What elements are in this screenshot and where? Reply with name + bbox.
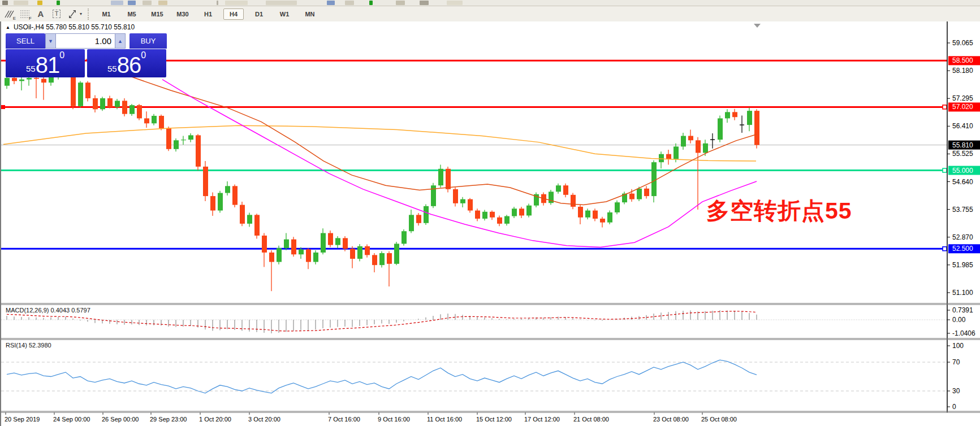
macd-axis-label: 0.00 (952, 316, 966, 324)
rsi-label: RSI(14) 52.3980 (6, 342, 51, 349)
price-badge: 55.810 (952, 141, 973, 149)
hline-handle (943, 105, 947, 109)
buy-price-sup: 0 (141, 50, 146, 60)
collapse-icon[interactable]: ▲ (6, 25, 10, 30)
symbol-header[interactable]: ▲ USOil-,H4 55.780 55.810 55.710 55.810 (6, 23, 135, 31)
price-tick-label: 54.640 (952, 178, 973, 186)
icon-sub-e: E (13, 16, 16, 21)
sell-price-sup: 0 (59, 50, 64, 60)
volume-increase-button[interactable]: ▲ (115, 33, 126, 49)
macd-axis-label: -1.0406 (952, 329, 975, 337)
metatrader-window: E F A T ▾ M1M5M15M30H1H4D1W1MN 59.06558.… (0, 0, 980, 426)
hline-handle (943, 168, 947, 172)
hline-handle (943, 247, 947, 251)
rsi-line (7, 360, 757, 393)
rsi-panel: 10070300 (1, 342, 964, 411)
buy-tab[interactable]: BUY (129, 33, 167, 49)
time-axis-label: 17 Oct 12:00 (524, 416, 560, 423)
price-badge: 55.000 (952, 167, 973, 175)
tf-button-H1[interactable]: H1 (198, 8, 218, 20)
time-axis-label: 26 Sep 00:00 (102, 416, 139, 423)
tools-dropdown-caret[interactable]: ▾ (80, 11, 82, 16)
buy-price-big: 86 (117, 54, 141, 76)
sell-price-button[interactable]: 55810 (6, 49, 85, 77)
icon-sub-f: F (29, 16, 32, 21)
time-axis-label: 23 Oct 08:00 (653, 416, 689, 423)
text-label-icon[interactable]: A (34, 8, 48, 20)
buy-price-small: 55 (107, 64, 117, 73)
grid-fibo-icon[interactable]: F (18, 8, 32, 20)
time-axis-label: 9 Oct 16:00 (378, 416, 410, 423)
time-axis-label: 25 Oct 08:00 (701, 416, 737, 423)
annotation-text: 多空转折点55 (706, 195, 852, 227)
macd-axis-label: 0.7391 (952, 306, 973, 314)
chart-window: 59.06558.18057.29556.41055.52554.64053.7… (0, 21, 980, 426)
sell-price-big: 81 (36, 54, 60, 76)
ma-slow-orange (3, 125, 756, 161)
price-tick-label: 52.870 (952, 233, 973, 241)
arrows-tool-icon[interactable] (66, 8, 79, 20)
price-badge: 57.020 (952, 103, 973, 111)
tf-button-M5[interactable]: M5 (122, 8, 142, 20)
tf-button-D1[interactable]: D1 (249, 8, 269, 20)
rsi-axis-label: 30 (952, 387, 960, 395)
draw-lines-icon[interactable]: E (2, 8, 16, 20)
timeframe-toolbar: M1M5M15M30H1H4D1W1MN (96, 8, 320, 20)
time-axis-label: 29 Sep 23:00 (150, 416, 187, 423)
price-tick-label: 51.100 (952, 289, 973, 297)
volume-decrease-button[interactable]: ▼ (45, 33, 56, 49)
rsi-axis-label: 0 (952, 403, 956, 411)
tf-button-M1[interactable]: M1 (96, 8, 116, 20)
toolbar: E F A T ▾ M1M5M15M30H1H4D1W1MN (0, 6, 980, 22)
symbol-ohlc-text: USOil-,H4 55.780 55.810 55.710 55.810 (14, 23, 135, 31)
time-axis-label: 24 Sep 00:00 (53, 416, 90, 423)
moving-averages (3, 59, 757, 247)
candles (5, 62, 759, 291)
rsi-axis-label: 100 (952, 342, 964, 350)
up-arrow-icon: ▲ (118, 38, 123, 44)
tf-button-M15[interactable]: M15 (147, 8, 167, 20)
time-axis-label: 11 Oct 16:00 (427, 416, 462, 423)
tf-button-M30[interactable]: M30 (172, 8, 193, 20)
price-tick-label: 53.755 (952, 206, 973, 214)
time-axis-label: 15 Oct 12:00 (476, 416, 512, 423)
price-tick-label: 59.065 (952, 39, 973, 47)
price-tick-label: 58.180 (952, 67, 973, 75)
buy-price-button[interactable]: 55860 (87, 49, 166, 77)
time-axis: 20 Sep 201924 Sep 00:0026 Sep 00:0029 Se… (5, 412, 737, 423)
macd-panel: 0.73910.00-1.0406 (1, 306, 975, 337)
sell-tab[interactable]: SELL (6, 33, 45, 49)
time-axis-label: 21 Oct 08:00 (573, 416, 609, 423)
tf-button-H4[interactable]: H4 (223, 8, 244, 20)
sell-price-small: 55 (26, 64, 36, 73)
toolbar-separator (88, 8, 92, 20)
macd-label: MACD(12,26,9) 0.4043 0.5797 (6, 307, 90, 314)
price-tick-label: 51.985 (952, 261, 973, 269)
down-arrow-icon: ▼ (48, 38, 53, 44)
price-badge: 52.500 (952, 245, 973, 253)
price-tick-label: 56.410 (952, 122, 973, 130)
time-axis-label: 7 Oct 16:00 (328, 416, 360, 423)
tf-button-MN[interactable]: MN (300, 8, 320, 20)
price-axis: 59.06558.18057.29556.41055.52554.64053.7… (947, 21, 980, 412)
time-axis-label: 20 Sep 2019 (5, 416, 40, 423)
time-axis-label: 3 Oct 20:00 (248, 416, 280, 423)
time-axis-label: 1 Oct 20:00 (199, 416, 231, 423)
chart-shift-marker-icon (754, 24, 761, 28)
volume-input[interactable] (56, 33, 115, 49)
toolbar-row-clipped (0, 0, 980, 6)
price-badge: 58.500 (952, 56, 973, 64)
hline-handle (1, 105, 5, 109)
text-box-icon[interactable]: T (50, 8, 63, 20)
price-tick-label: 57.295 (952, 94, 973, 102)
price-tick-label: 55.525 (952, 150, 973, 158)
one-click-trading-panel: SELL ▼ ▲ BUY 55810 55860 (6, 33, 170, 77)
tf-button-W1[interactable]: W1 (274, 8, 295, 20)
rsi-axis-label: 70 (952, 358, 960, 366)
